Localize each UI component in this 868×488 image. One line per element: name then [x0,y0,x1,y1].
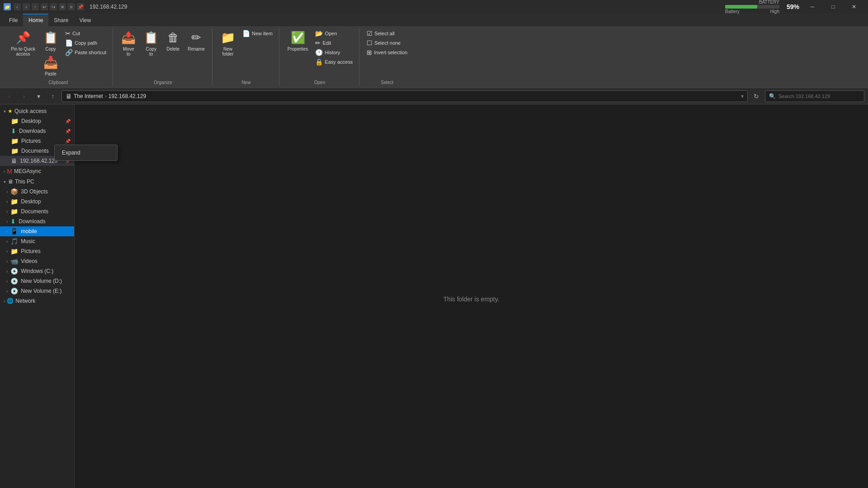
forward-button[interactable]: › [18,90,30,102]
sidebar-item-videos[interactable]: › 📹 Videos [0,256,74,266]
select-label: Select [381,80,393,85]
close-button[interactable]: ✕ [844,0,864,14]
quick-access-header[interactable]: ▾ ★ Quick access [0,106,74,116]
copy-label: Copy [45,47,56,52]
clipboard-group-items: 📌 Pin to Quick access 📋 Copy 📥 Paste [7,29,109,78]
documents-pc-label: Documents [21,208,48,215]
organize-label: Organize [154,80,172,85]
properties-btn-sm[interactable]: ≡ [68,3,75,10]
new-vol-d-chevron: › [6,279,8,284]
music-chevron: › [6,239,8,244]
cut-button[interactable]: ✂ Cut [62,29,109,38]
up-btn-small[interactable]: ↑ [32,3,39,10]
invert-selection-button[interactable]: ⊞ Invert selection [364,48,410,57]
megasync-chevron: › [4,169,5,174]
easy-access-button[interactable]: 🔒 Easy access [312,57,355,66]
pictures-icon-pc: 📁 [10,248,18,255]
select-none-button[interactable]: ☐ Select none [364,38,410,47]
forward-btn-small[interactable]: › [23,3,30,10]
move-label: Move to [123,47,134,56]
back-button[interactable]: ‹ [4,90,15,102]
context-menu-expand[interactable]: Expand [55,147,75,159]
edit-button[interactable]: ✏ Edit [312,38,355,47]
organize-group: 📤 Move to 📋 Copy to 🗑 Delete ✏ Rename Or… [114,28,212,86]
sidebar-item-pictures-pc[interactable]: › 📁 Pictures [0,246,74,256]
sidebar-item-downloads-qa[interactable]: ⬇ Downloads 📌 [0,126,74,136]
megasync-header[interactable]: › M MEGAsync [0,166,74,177]
new-group: 📁 New folder 📄 New item New [213,28,279,86]
documents-icon-pc: 📁 [10,208,18,215]
tab-home[interactable]: Home [23,14,48,26]
sidebar-item-mobile[interactable]: › 📱 mobile [0,226,74,236]
properties-label: Properties [288,47,308,52]
dropdown-arrow[interactable]: ▾ [741,93,744,99]
paste-shortcut-button[interactable]: 🔗 Paste shortcut [62,48,109,57]
sidebar-item-3d-objects[interactable]: › 📦 3D Objects [0,187,74,197]
tab-share[interactable]: Share [48,14,74,26]
pin-icon-pictures: 📌 [65,139,71,144]
history-button[interactable]: 🕐 History [312,48,355,57]
properties-button[interactable]: ✅ Properties [284,29,312,53]
battery-range: Battery High [725,9,779,14]
copy-button[interactable]: 📋 Copy [40,29,61,53]
ribbon: File Home Share View 📌 Pin to Quick acce… [0,14,868,88]
minimize-button[interactable]: ─ [802,0,823,14]
this-pc-header[interactable]: ▾ 🖥 This PC [0,177,74,187]
qa-chevron: ▾ [4,109,6,114]
folder-icon-desktop-qa: 📁 [11,117,19,125]
back-btn-small[interactable]: ‹ [14,3,21,10]
new-group-items: 📁 New folder 📄 New item [217,29,275,78]
new-folder-label: New folder [222,47,233,56]
undo-btn[interactable]: ↩ [41,3,48,10]
this-pc-label: This PC [15,178,34,185]
breadcrumb-sep: › [105,93,107,99]
rename-button[interactable]: ✏ Rename [184,29,208,53]
sidebar-item-music[interactable]: › 🎵 Music [0,236,74,246]
pin-icon: 📌 [16,31,30,45]
videos-icon: 📹 [10,258,18,265]
network-header[interactable]: › 🌐 Network [0,296,74,306]
sidebar-item-desktop-qa[interactable]: 📁 Desktop 📌 [0,116,74,126]
search-input[interactable] [778,94,860,99]
paste-button[interactable]: 📥 Paste [40,54,61,78]
history-icon: 🕐 [315,49,323,56]
pin-to-quick-access-button[interactable]: 📌 Pin to Quick access [7,29,39,58]
new-folder-button[interactable]: 📁 New folder [217,29,239,58]
select-all-button[interactable]: ☑ Select all [364,29,410,38]
megasync-label: MEGAsync [14,168,41,174]
new-item-button[interactable]: 📄 New item [240,29,275,38]
sidebar-item-documents-pc[interactable]: › 📁 Documents [0,206,74,216]
pin-btn-sm[interactable]: 📌 [77,3,84,10]
sidebar-item-new-volume-d[interactable]: › 💿 New Volume (D:) [0,276,74,286]
copy-to-button[interactable]: 📋 Copy to [140,29,162,58]
address-path[interactable]: 🖥 The Internet › 192.168.42.129 ▾ [61,90,748,102]
battery-label: BATTERY [759,0,779,5]
network-chevron: › [4,299,5,304]
move-to-button[interactable]: 📤 Move to [118,29,139,58]
maximize-button[interactable]: □ [823,0,844,14]
battery-bar-container [725,5,779,9]
move-icon: 📤 [121,31,136,45]
sidebar-item-windows-c[interactable]: › 💿 Windows (C:) [0,266,74,276]
up-button[interactable]: ↑ [47,90,59,102]
redo-btn[interactable]: ↪ [50,3,57,10]
tab-file[interactable]: File [4,14,23,26]
sidebar-item-desktop-pc[interactable]: › 📁 Desktop [0,197,74,206]
delete-button[interactable]: 🗑 Delete [163,29,183,53]
open-button[interactable]: 📂 Open [312,29,355,38]
3d-icon: 📦 [10,188,18,195]
clipboard-label: Clipboard [48,80,68,85]
refresh-button[interactable]: ↻ [750,90,762,102]
copy-path-button[interactable]: 📄 Copy path [62,38,109,47]
content-area: This folder is empty. [75,104,868,488]
this-pc-chevron: ▾ [4,179,6,184]
sidebar-item-downloads-pc[interactable]: › ⬇ Downloads [0,216,74,226]
search-box[interactable]: 🔍 [765,90,864,102]
sidebar-item-new-volume-e[interactable]: › 💿 New Volume (E:) [0,286,74,296]
tab-view[interactable]: View [74,14,96,26]
downloads-chevron: › [6,219,8,224]
delete-btn-sm[interactable]: ✕ [59,3,66,10]
search-icon: 🔍 [769,93,776,99]
recent-locations-button[interactable]: ▾ [33,90,44,102]
sidebar: ▾ ★ Quick access 📁 Desktop 📌 ⬇ Downloads… [0,104,75,488]
